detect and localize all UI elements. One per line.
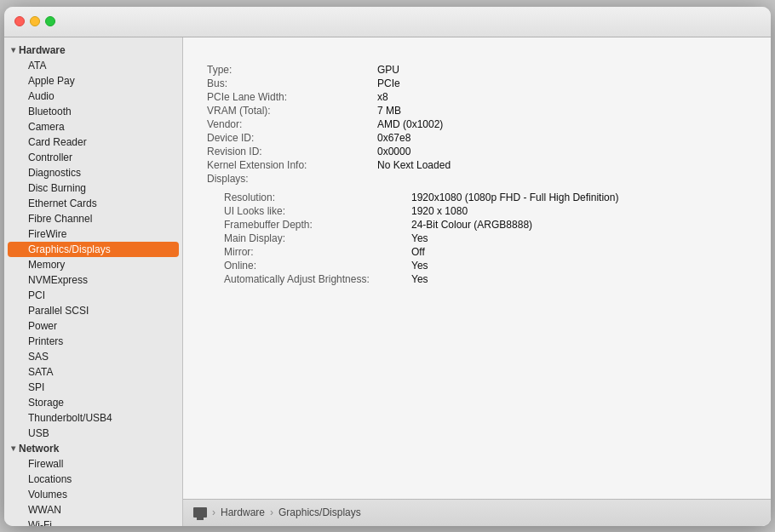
field-label: Automatically Adjust Brightness: [221, 272, 408, 286]
breadcrumb-current: Graphics/Displays [278, 506, 361, 518]
field-label: Kernel Extension Info: [204, 158, 374, 172]
sidebar-item-ata[interactable]: ATA [4, 58, 182, 73]
table-row: Automatically Adjust Brightness:Yes [221, 272, 750, 286]
field-label: Framebuffer Depth: [221, 218, 408, 232]
field-label: VRAM (Total): [204, 104, 374, 117]
sidebar-item-thunderbolt-usb4[interactable]: Thunderbolt/USB4 [4, 410, 182, 426]
field-label: Device ID: [204, 131, 374, 145]
field-label: Displays: [204, 172, 374, 186]
sidebar-item-parallel-scsi[interactable]: Parallel SCSI [4, 303, 182, 318]
sidebar-item-graphics-displays[interactable]: Graphics/Displays [8, 242, 179, 257]
sidebar-item-card-reader[interactable]: Card Reader [4, 134, 182, 150]
sidebar-item-camera[interactable]: Camera [4, 119, 182, 134]
field-value: GPU [374, 63, 750, 77]
minimize-button[interactable] [30, 16, 40, 26]
table-row: Resolution:1920x1080 (1080p FHD - Full H… [221, 191, 750, 204]
field-value: 0x67e8 [374, 131, 750, 145]
sidebar-item-power[interactable]: Power [4, 318, 182, 334]
sidebar: ▾HardwareATAApple PayAudioBluetoothCamer… [4, 37, 183, 526]
field-label: Resolution: [221, 191, 408, 204]
monitor-icon [193, 507, 207, 518]
arrow-icon: ▾ [11, 443, 15, 453]
sidebar-item-volumes[interactable]: Volumes [4, 487, 182, 502]
sidebar-item-controller[interactable]: Controller [4, 150, 182, 165]
sidebar-item-firewire[interactable]: FireWire [4, 226, 182, 242]
breadcrumb-sep2: › [270, 506, 273, 518]
table-row: Device ID:0x67e8 [204, 131, 750, 145]
field-value: AMD (0x1002) [374, 117, 750, 131]
field-label: Mirror: [221, 245, 408, 259]
field-label: Online: [221, 259, 408, 272]
sidebar-item-usb[interactable]: USB [4, 426, 182, 441]
field-value: x8 [374, 90, 750, 104]
field-value: No Kext Loaded [374, 158, 750, 172]
sidebar-item-firewall[interactable]: Firewall [4, 456, 182, 472]
breadcrumb-hardware: Hardware [221, 506, 265, 518]
field-value: 24-Bit Colour (ARGB8888) [408, 218, 750, 232]
field-value: Off [408, 245, 750, 259]
field-label: UI Looks like: [221, 204, 408, 218]
table-row: Main Display:Yes [221, 232, 750, 245]
sidebar-item-fibre-channel[interactable]: Fibre Channel [4, 211, 182, 226]
table-row: Displays: [204, 172, 750, 186]
content-area: ▾HardwareATAApple PayAudioBluetoothCamer… [4, 37, 771, 526]
main-panel: Type:GPUBus:PCIePCIe Lane Width:x8VRAM (… [183, 37, 771, 526]
traffic-lights [14, 16, 55, 26]
statusbar: › Hardware › Graphics/Displays [183, 499, 771, 526]
field-value: 0x0000 [374, 145, 750, 158]
sidebar-item-sas[interactable]: SAS [4, 349, 182, 364]
sub-info-table: Resolution:1920x1080 (1080p FHD - Full H… [221, 191, 750, 286]
titlebar [4, 7, 771, 37]
sidebar-item-bluetooth[interactable]: Bluetooth [4, 104, 182, 119]
table-row: UI Looks like:1920 x 1080 [221, 204, 750, 218]
field-value: 7 MB [374, 104, 750, 117]
field-value: Yes [408, 232, 750, 245]
sidebar-item-storage[interactable]: Storage [4, 395, 182, 410]
sidebar-item-diagnostics[interactable]: Diagnostics [4, 165, 182, 180]
field-label: Main Display: [221, 232, 408, 245]
field-label: Vendor: [204, 117, 374, 131]
sidebar-item-spi[interactable]: SPI [4, 380, 182, 395]
field-value: PCIe [374, 77, 750, 90]
table-row: PCIe Lane Width:x8 [204, 90, 750, 104]
sidebar-item-memory[interactable]: Memory [4, 257, 182, 272]
field-value: 1920x1080 (1080p FHD - Full High Definit… [408, 191, 750, 204]
main-content: Type:GPUBus:PCIePCIe Lane Width:x8VRAM (… [183, 37, 771, 499]
sidebar-item-sata[interactable]: SATA [4, 364, 182, 380]
breadcrumb-sep1: › [212, 506, 215, 518]
sidebar-item-ethernet-cards[interactable]: Ethernet Cards [4, 196, 182, 211]
table-row: Bus:PCIe [204, 77, 750, 90]
field-value: Yes [408, 259, 750, 272]
sidebar-group-network[interactable]: ▾Network [4, 441, 182, 456]
sidebar-item-wi-fi[interactable]: Wi-Fi [4, 518, 182, 526]
sidebar-item-wwan[interactable]: WWAN [4, 502, 182, 518]
table-row: VRAM (Total):7 MB [204, 104, 750, 117]
arrow-icon: ▾ [11, 45, 15, 54]
field-value [374, 172, 750, 186]
main-info-table: Type:GPUBus:PCIePCIe Lane Width:x8VRAM (… [204, 63, 750, 186]
main-window: ▾HardwareATAApple PayAudioBluetoothCamer… [4, 7, 771, 526]
table-row: Mirror:Off [221, 245, 750, 259]
close-button[interactable] [14, 16, 25, 26]
sidebar-item-locations[interactable]: Locations [4, 472, 182, 487]
field-label: Bus: [204, 77, 374, 90]
table-row: Online:Yes [221, 259, 750, 272]
field-value: 1920 x 1080 [408, 204, 750, 218]
field-value: Yes [408, 272, 750, 286]
sidebar-group-hardware[interactable]: ▾Hardware [4, 43, 182, 58]
table-row: Framebuffer Depth:24-Bit Colour (ARGB888… [221, 218, 750, 232]
field-label: PCIe Lane Width: [204, 90, 374, 104]
field-label: Type: [204, 63, 374, 77]
sidebar-item-printers[interactable]: Printers [4, 334, 182, 349]
table-row: Revision ID:0x0000 [204, 145, 750, 158]
table-row: Kernel Extension Info:No Kext Loaded [204, 158, 750, 172]
field-label: Revision ID: [204, 145, 374, 158]
sidebar-item-audio[interactable]: Audio [4, 89, 182, 104]
sidebar-item-nvmexpress[interactable]: NVMExpress [4, 272, 182, 288]
maximize-button[interactable] [45, 16, 55, 26]
sub-section: Resolution:1920x1080 (1080p FHD - Full H… [221, 191, 750, 286]
sidebar-item-apple-pay[interactable]: Apple Pay [4, 73, 182, 89]
sidebar-item-pci[interactable]: PCI [4, 288, 182, 303]
sidebar-item-disc-burning[interactable]: Disc Burning [4, 180, 182, 196]
table-row: Vendor:AMD (0x1002) [204, 117, 750, 131]
